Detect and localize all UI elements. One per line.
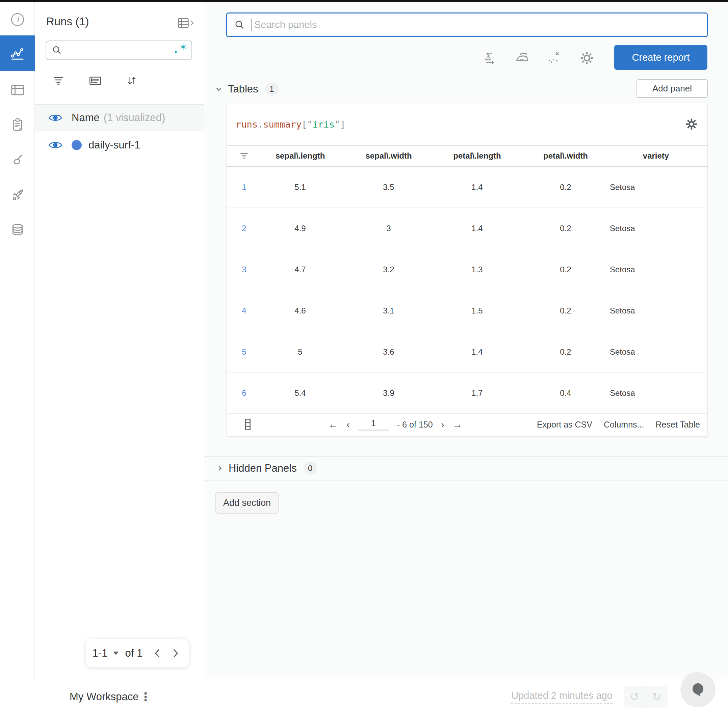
- table-cell: 5: [256, 347, 344, 357]
- hidden-panels-section-header[interactable]: Hidden Panels 0: [204, 456, 728, 480]
- panel-search-input[interactable]: [254, 19, 701, 30]
- table-cell: 5.4: [256, 388, 344, 398]
- table-row: 1 5.1 3.5 1.4 0.2 Setosa: [227, 167, 707, 208]
- table-cell: 4.9: [256, 224, 344, 233]
- row-index-link[interactable]: 5: [232, 347, 256, 357]
- code-token: [": [302, 119, 313, 130]
- kebab-menu-icon[interactable]: ⋮: [140, 690, 151, 704]
- table-cell: 5.1: [256, 183, 344, 192]
- add-section-button[interactable]: Add section: [215, 492, 278, 514]
- search-icon: [51, 44, 63, 56]
- nav-item-charts-active[interactable]: [0, 35, 35, 71]
- column-header[interactable]: petal\.length: [433, 151, 521, 160]
- eye-visible-icon[interactable]: [48, 140, 63, 150]
- panels-layout-icon[interactable]: [10, 82, 25, 98]
- workspace-name[interactable]: My Workspace: [69, 691, 138, 703]
- column-header[interactable]: petal\.width: [521, 151, 610, 160]
- svg-text:i: i: [16, 15, 20, 24]
- export-csv-button[interactable]: Export as CSV: [537, 420, 592, 429]
- hidden-panels-count-badge: 0: [304, 462, 317, 475]
- chevron-down-icon[interactable]: [113, 652, 119, 655]
- filter-runs-icon[interactable]: [51, 73, 66, 88]
- runs-page-of: of 1: [125, 647, 143, 659]
- chat-support-button[interactable]: [680, 672, 716, 707]
- row-index-link[interactable]: 6: [232, 388, 256, 398]
- wandb-workspace: i: [0, 0, 728, 714]
- notes-clipboard-icon[interactable]: [10, 117, 25, 133]
- table-cell: 0.2: [521, 347, 610, 357]
- prev-page-icon[interactable]: [150, 646, 164, 660]
- expand-runs-table-icon[interactable]: [176, 16, 197, 30]
- table-cell: 4.6: [256, 306, 344, 315]
- table-row: 4 4.6 3.1 1.5 0.2 Setosa: [227, 290, 707, 332]
- tables-section-header[interactable]: Tables 1: [214, 82, 278, 96]
- tables-count-badge: 1: [265, 82, 278, 96]
- workspace-settings-gear-icon[interactable]: [579, 50, 595, 66]
- artifacts-database-icon[interactable]: [10, 222, 25, 237]
- reset-table-button[interactable]: Reset Table: [656, 420, 700, 429]
- runs-page-range[interactable]: 1-1: [93, 647, 108, 659]
- run-list-item[interactable]: daily-surf-1: [35, 131, 204, 159]
- prev-page-chevron-icon[interactable]: ‹: [346, 419, 350, 430]
- runs-panel-title: Runs (1): [46, 15, 89, 28]
- next-page-icon[interactable]: [169, 646, 182, 660]
- create-report-button[interactable]: Create report: [614, 45, 707, 70]
- first-page-arrow-icon[interactable]: ←: [328, 419, 338, 430]
- undo-redo-group: ↺ ↻: [624, 686, 668, 708]
- table-pagination: ← ‹ - 6 of 150 › →: [328, 414, 463, 435]
- column-header[interactable]: variety: [610, 151, 702, 160]
- column-header[interactable]: sepal\.length: [256, 151, 344, 160]
- table-cell: Setosa: [610, 388, 702, 398]
- table-cell: 3.5: [344, 183, 433, 192]
- table-filter-icon[interactable]: [239, 150, 250, 161]
- code-token: "]: [335, 119, 346, 130]
- columns-list-icon[interactable]: [87, 73, 103, 88]
- smoothing-iron-icon[interactable]: [514, 50, 530, 66]
- column-header[interactable]: sepal\.width: [344, 151, 433, 160]
- panel-title-code: runs.summary["iris"]: [236, 119, 346, 130]
- table-footer: ← ‹ - 6 of 150 › → Export as CSV Columns…: [227, 414, 707, 435]
- row-index-link[interactable]: 3: [232, 265, 256, 274]
- table-cell: 3.6: [344, 347, 433, 357]
- undo-icon[interactable]: ↺: [624, 686, 646, 708]
- redo-icon[interactable]: ↻: [646, 686, 668, 708]
- hidden-panels-label: Hidden Panels: [229, 462, 297, 474]
- row-index-link[interactable]: 1: [232, 183, 256, 192]
- page-number-input[interactable]: [358, 418, 389, 430]
- info-icon[interactable]: i: [10, 12, 25, 27]
- table-cell: Setosa: [610, 265, 702, 274]
- sweep-broom-icon[interactable]: [10, 153, 25, 169]
- last-updated-label[interactable]: Updated 2 minutes ago: [511, 690, 612, 704]
- row-index-link[interactable]: 4: [232, 306, 256, 315]
- runs-search-input[interactable]: [63, 45, 172, 56]
- run-color-dot: [72, 140, 82, 150]
- table-cell: Setosa: [610, 347, 702, 357]
- table-cell: 1.4: [433, 224, 521, 233]
- table-cell: 1.3: [433, 265, 521, 274]
- runs-visibility-header[interactable]: Name (1 visualized): [35, 104, 204, 131]
- last-page-arrow-icon[interactable]: →: [453, 419, 463, 430]
- table-cell: 0.2: [521, 265, 610, 274]
- row-height-icon[interactable]: [244, 419, 251, 430]
- eye-visible-icon[interactable]: [48, 112, 63, 123]
- x-axis-settings-icon[interactable]: x: [482, 50, 498, 66]
- table-header-row: sepal\.length sepal\.width petal\.length…: [227, 146, 707, 167]
- chevron-down-icon: [214, 84, 224, 94]
- exclude-outliers-icon[interactable]: [546, 50, 563, 66]
- table-cell: 0.4: [521, 388, 610, 398]
- table-cell: Setosa: [610, 224, 702, 233]
- regex-toggle-icon[interactable]: .*: [172, 45, 187, 52]
- add-panel-button[interactable]: Add panel: [636, 79, 708, 98]
- iris-table-panel: runs.summary["iris"]: [227, 103, 708, 436]
- next-page-chevron-icon[interactable]: ›: [441, 419, 444, 430]
- panel-settings-gear-icon[interactable]: [684, 117, 699, 131]
- sort-runs-icon[interactable]: [124, 73, 140, 88]
- table-cell: 3.2: [344, 265, 433, 274]
- run-name[interactable]: daily-surf-1: [89, 139, 140, 151]
- launch-rocket-icon[interactable]: [10, 187, 25, 203]
- table-cell: Setosa: [610, 306, 702, 315]
- table-row: 5 5 3.6 1.4 0.2 Setosa: [227, 332, 707, 372]
- row-index-link[interactable]: 2: [232, 224, 256, 233]
- chat-bubble-icon: [689, 680, 707, 699]
- columns-button[interactable]: Columns...: [604, 420, 644, 429]
